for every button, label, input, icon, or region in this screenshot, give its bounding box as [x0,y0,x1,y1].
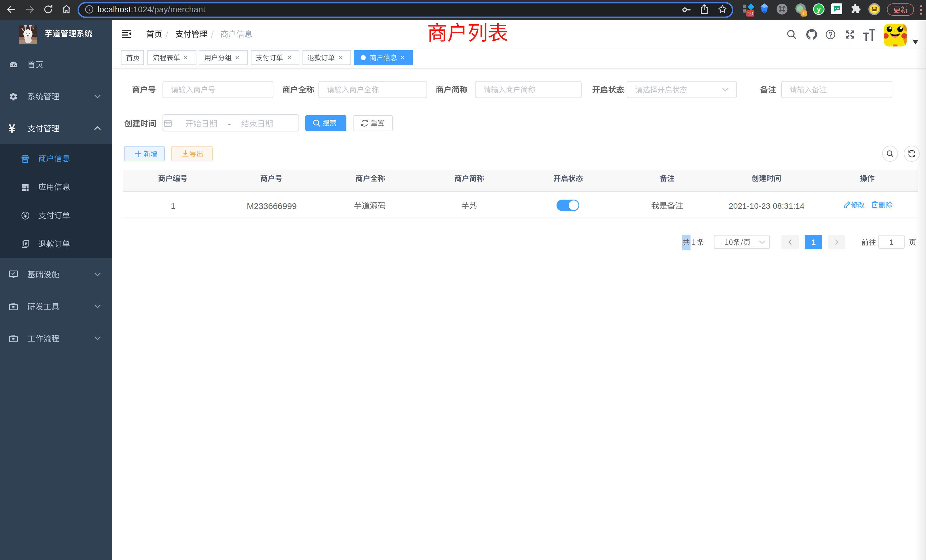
svg-text:1: 1 [802,11,805,16]
svg-text:10: 10 [747,11,753,17]
svg-text:y: y [817,5,821,13]
